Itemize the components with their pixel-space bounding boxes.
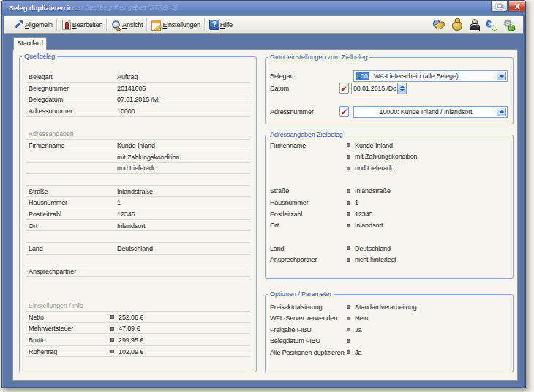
groupbox-optionen-parameter: Optionen / Parameter PreisaktualsierungS…: [265, 294, 514, 372]
bullet-icon: [347, 317, 350, 320]
titlebar[interactable]: Beleg duplizieren in ... er Suchbegriff …: [2, 1, 525, 15]
data-row: Ansprechpartnernicht hinterlegt: [266, 254, 513, 265]
menu-item-label: Allgemein: [25, 21, 53, 29]
adressnummer-combobox[interactable]: 10000: Kunde Inland / Inlandsort: [353, 106, 508, 118]
row-label: Ansprechpartner: [270, 255, 347, 265]
groupbox-optionen-title: Optionen / Parameter: [268, 290, 334, 298]
row-label: Straße: [270, 186, 347, 196]
menu-separator: [204, 18, 205, 31]
menu-separator: [56, 18, 57, 31]
datum-input[interactable]: 08.01.2015 /Do: [351, 83, 398, 94]
data-row: Postleitzahl12345: [20, 208, 256, 220]
data-row: Belegnummer20141005: [20, 83, 256, 94]
data-row: Ansprechpartner: [20, 265, 256, 277]
data-row: PreisaktualsierungStandardverarbeitung: [266, 301, 513, 313]
menu-bar: AllgemeinBearbeitenAnsichtEinstellungenH…: [4, 15, 523, 34]
bullet-icon: [347, 350, 350, 354]
toolbar-right-icons: [433, 16, 516, 33]
row-label: Belegdatum: [29, 94, 117, 105]
row-value: 252,06 €: [119, 312, 143, 323]
menu-item-label: Ansicht: [122, 21, 143, 29]
payment-icon[interactable]: [433, 18, 445, 31]
close-icon: x: [509, 1, 525, 11]
bullet-icon: [347, 328, 350, 331]
row-value: und Lieferadr.: [355, 163, 394, 173]
row-value: Inlandsort: [355, 220, 383, 230]
data-row: [20, 174, 256, 186]
belegart-spinner-icon[interactable]: [497, 72, 506, 80]
menu-item-bearbeiten[interactable]: Bearbeiten: [58, 17, 106, 32]
close-button[interactable]: x: [508, 1, 525, 12]
row-label: Belegnummer: [29, 83, 117, 94]
row-value: 20141005: [117, 83, 146, 94]
person-icon[interactable]: [468, 18, 481, 31]
row-value: mit Zahlungskondition: [355, 151, 417, 162]
data-row: Postleitzahl12345: [266, 208, 513, 220]
row-spacer: [20, 277, 256, 289]
row-label: Preisaktualsierung: [270, 302, 347, 312]
data-row: FirmennameKunde Inland: [20, 140, 256, 151]
bullet-icon: [347, 167, 350, 170]
bullet-icon: [347, 155, 350, 159]
row-label: Belegart: [29, 72, 117, 82]
row-value: 47,89 €: [119, 323, 140, 333]
datum-check-icon[interactable]: ✔: [339, 83, 349, 94]
row-label: WFL-Server verwenden: [270, 313, 347, 323]
row-value: 1: [117, 197, 121, 208]
restore-icon: [496, 4, 503, 9]
menu-item-label: Hilfe: [220, 21, 233, 29]
euro-refresh-icon[interactable]: [486, 18, 498, 31]
row-label: Postleitzahl: [270, 209, 347, 219]
row-value: und Lieferadr.: [117, 163, 157, 173]
menu-item-einstellungen[interactable]: Einstellungen: [148, 17, 203, 32]
bullet-icon: [110, 327, 114, 331]
row-value: mit Zahlungskondition: [117, 152, 179, 162]
row-label: Adressnummer: [29, 106, 117, 116]
row-value: Ja: [355, 325, 361, 335]
data-row: FirmennameKunde Inland: [266, 140, 513, 151]
data-row: Netto252,06 €: [20, 312, 256, 323]
datum-spinner-icon[interactable]: [397, 83, 407, 94]
data-row: Hausnummer1: [20, 197, 256, 208]
tab-standard[interactable]: Standard: [13, 37, 47, 50]
data-row: OrtInlandsort: [266, 219, 513, 231]
datum-label: Datum: [270, 83, 289, 94]
bullet-icon: [347, 212, 350, 216]
row-label: Hausnummer: [270, 197, 347, 208]
window-title: Beleg duplizieren in ...: [9, 4, 80, 12]
row-spacer: [266, 231, 513, 243]
groupbox-grundeinstellungen: Grundeinstellungen zum Zielbeleg Belegar…: [265, 57, 514, 124]
process-gear-icon[interactable]: [503, 18, 516, 31]
row-value: Auftrag: [117, 72, 138, 82]
row-label: Firmenname: [270, 140, 347, 151]
bullet-icon: [347, 339, 350, 343]
restore-button[interactable]: [491, 1, 508, 12]
row-value: nicht hinterlegt: [355, 255, 396, 265]
groupbox-adressangaben-zielbeleg: Adressangaben Zielbeleg FirmennameKunde …: [265, 135, 514, 279]
row-label: Ort: [29, 221, 117, 231]
red-checkmark-icon: ✔: [341, 108, 347, 117]
row-value: Kunde Inland: [117, 140, 155, 151]
magnifier-icon: [110, 19, 121, 30]
row-value: 12345: [117, 209, 135, 219]
data-row: WFL-Server verwendenNein: [266, 313, 513, 325]
data-row: Alle Positionen duplizierenJa: [266, 347, 513, 358]
menu-item-ansicht[interactable]: Ansicht: [108, 17, 146, 32]
menu-separator: [146, 18, 147, 31]
moneybag-icon[interactable]: [451, 18, 463, 31]
menu-item-hilfe[interactable]: Hilfe: [206, 17, 236, 32]
data-row: LandDeutschland: [20, 243, 256, 255]
data-row: StraßeInlandstraße: [266, 186, 513, 197]
row-value: Ja: [355, 347, 361, 358]
data-row: OrtInlandsort: [20, 220, 256, 232]
data-row: Mehrwertsteuer47,89 €: [20, 323, 256, 334]
row-value: Deutschland: [355, 244, 391, 254]
adressnummer-check-icon[interactable]: ✔: [339, 106, 349, 117]
belegart-combobox[interactable]: L00 : WA-Lieferschein (alle Belege): [353, 70, 508, 82]
edit-note-icon: [61, 19, 71, 30]
row-value: 12345: [355, 209, 373, 219]
adressnummer-spinner-icon[interactable]: [497, 108, 506, 116]
red-checkmark-icon: ✔: [341, 84, 347, 94]
data-row: mit Zahlungskondition: [20, 151, 256, 163]
menu-item-allgemein[interactable]: Allgemein: [10, 17, 56, 32]
